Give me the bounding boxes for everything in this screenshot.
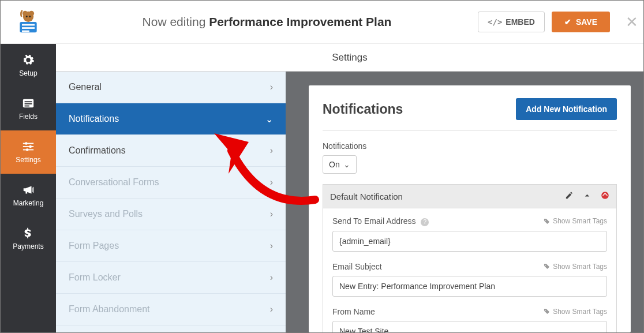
chevron-right-icon: › xyxy=(270,82,273,92)
now-editing-prefix: Now editing xyxy=(143,15,206,28)
svg-rect-14 xyxy=(23,146,33,147)
svg-point-3 xyxy=(26,16,28,17)
tag-icon xyxy=(544,218,550,225)
svg-point-2 xyxy=(29,11,34,16)
send-to-email-input[interactable] xyxy=(332,231,607,252)
notifications-panel: Notifications Add New Notification Notif… xyxy=(309,85,631,332)
form-title: Performance Improvement Plan xyxy=(209,15,391,28)
svg-point-4 xyxy=(29,16,31,17)
check-icon: ✔ xyxy=(564,17,571,27)
email-subject-input[interactable] xyxy=(332,276,607,297)
show-smart-tags-button[interactable]: Show Smart Tags xyxy=(544,263,607,271)
tag-icon xyxy=(544,263,550,270)
rail-tab-marketing[interactable]: Marketing xyxy=(1,174,56,217)
dollar-icon xyxy=(22,227,35,240)
notifications-sub-label: Notifications xyxy=(323,141,617,151)
submenu-form-pages[interactable]: Form Pages › xyxy=(56,230,286,262)
svg-rect-11 xyxy=(25,103,32,104)
embed-button[interactable]: </> EMBED xyxy=(478,12,545,32)
rail-tab-setup[interactable]: Setup xyxy=(1,44,56,87)
rail-tab-payments[interactable]: Payments xyxy=(1,217,56,260)
submenu-conversational-forms[interactable]: Conversational Forms › xyxy=(56,167,286,199)
chevron-right-icon: › xyxy=(270,209,273,219)
submenu-confirmations[interactable]: Confirmations › xyxy=(56,135,286,167)
chevron-down-icon: ⌄ xyxy=(265,114,273,125)
editing-title: Now editing Performance Improvement Plan xyxy=(56,15,478,29)
rail-tab-settings[interactable]: Settings xyxy=(1,130,56,174)
left-nav-rail: Setup Fields Settings Marketing Payments xyxy=(1,44,56,332)
svg-point-16 xyxy=(25,142,28,145)
settings-title-bar: Settings xyxy=(56,44,643,72)
svg-rect-12 xyxy=(25,106,29,107)
list-icon xyxy=(22,97,35,110)
from-name-input[interactable] xyxy=(332,321,607,333)
submenu-form-locker[interactable]: Form Locker › xyxy=(56,262,286,294)
svg-rect-7 xyxy=(22,27,35,29)
notifications-toggle[interactable]: On ⌄ xyxy=(323,155,357,174)
svg-point-17 xyxy=(29,145,32,148)
chevron-right-icon: › xyxy=(270,272,273,283)
svg-rect-6 xyxy=(22,24,35,26)
default-notification-body: Send To Email Address ? Show Smart Tags … xyxy=(323,208,617,332)
chevron-right-icon: › xyxy=(270,241,273,251)
submenu-form-abandonment[interactable]: Form Abandonment › xyxy=(56,294,286,325)
svg-point-1 xyxy=(23,11,28,16)
help-icon[interactable]: ? xyxy=(421,218,429,226)
send-to-label: Send To Email Address ? xyxy=(332,216,429,226)
chevron-up-icon[interactable] xyxy=(583,191,591,201)
from-name-label: From Name xyxy=(332,307,375,316)
delete-icon[interactable] xyxy=(601,191,609,201)
default-notification-header[interactable]: Default Notification xyxy=(323,184,617,208)
panel-title: Notifications xyxy=(323,102,403,117)
editor-header: Now editing Performance Improvement Plan… xyxy=(1,1,643,44)
chevron-down-icon: ⌄ xyxy=(343,160,350,169)
settings-canvas: Notifications Add New Notification Notif… xyxy=(286,72,643,332)
chevron-right-icon: › xyxy=(270,177,273,188)
save-button[interactable]: ✔ SAVE xyxy=(552,12,610,32)
wpforms-logo xyxy=(1,9,56,35)
rail-tab-fields[interactable]: Fields xyxy=(1,87,56,130)
chevron-right-icon: › xyxy=(270,145,273,156)
settings-submenu: General › Notifications ⌄ Confirmations … xyxy=(56,72,286,332)
edit-icon[interactable] xyxy=(565,191,574,201)
show-smart-tags-button[interactable]: Show Smart Tags xyxy=(544,308,607,316)
show-smart-tags-button[interactable]: Show Smart Tags xyxy=(544,217,607,225)
svg-rect-13 xyxy=(23,143,33,144)
submenu-notifications[interactable]: Notifications ⌄ xyxy=(56,103,286,135)
email-subject-label: Email Subject xyxy=(332,262,382,271)
close-editor-button[interactable]: ✕ xyxy=(620,13,643,31)
gear-icon xyxy=(22,54,35,66)
submenu-surveys-and-polls[interactable]: Surveys and Polls › xyxy=(56,199,286,230)
code-icon: </> xyxy=(488,17,502,27)
tag-icon xyxy=(544,308,550,315)
submenu-general[interactable]: General › xyxy=(56,72,286,103)
svg-rect-8 xyxy=(22,31,29,32)
svg-point-18 xyxy=(26,148,29,151)
bullhorn-icon xyxy=(22,184,35,196)
add-new-notification-button[interactable]: Add New Notification xyxy=(516,98,617,120)
svg-rect-10 xyxy=(25,101,32,102)
chevron-right-icon: › xyxy=(270,304,273,315)
sliders-icon xyxy=(22,140,35,153)
